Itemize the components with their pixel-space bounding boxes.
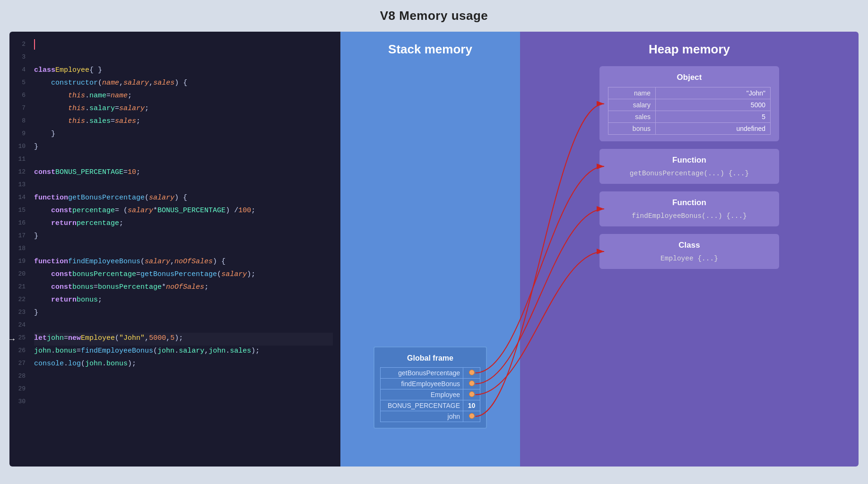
heap-card-function1: Function getBonusPercentage(...) {...}	[599, 149, 779, 184]
code-line-3: 3	[34, 52, 333, 65]
heap-card-function2: Function findEmployeeBonus(...) {...}	[599, 191, 779, 226]
frame-label: john	[381, 411, 463, 422]
code-line-15: 15 const percentage = ( salary * BONUS_P…	[34, 205, 333, 218]
code-line-21: 21 const bonus = bonusPercentage * noOfS…	[34, 282, 333, 294]
global-frame-title: Global frame	[380, 354, 480, 363]
heap-card-object-title: Object	[608, 73, 771, 82]
obj-key: bonus	[608, 123, 656, 135]
code-line-11: 11	[34, 154, 333, 167]
table-row: name "John"	[608, 87, 771, 99]
heap-card-fn2-title: Function	[608, 198, 771, 207]
table-row: john	[381, 411, 480, 422]
pointer-dot	[469, 370, 475, 375]
code-line-24: 24	[34, 320, 333, 333]
heap-card-object: Object name "John" salary 5000 sales 5 b…	[599, 66, 779, 141]
heap-card-fn2-body: findEmployeeBonus(...) {...}	[608, 212, 771, 220]
heap-card-fn1-title: Function	[608, 156, 771, 165]
obj-val: 5	[656, 111, 771, 123]
code-line-6: 6 this . name = name ;	[34, 90, 333, 103]
code-line-29: 29	[34, 384, 333, 397]
code-line-23: 23 }	[34, 307, 333, 320]
code-line-13: 13	[34, 180, 333, 192]
heap-title: Heap memory	[649, 42, 730, 57]
heap-card-class-title: Class	[608, 241, 771, 250]
obj-val: "John"	[656, 87, 771, 99]
table-row: bonus undefined	[608, 123, 771, 135]
heap-card-fn1-body: getBonusPercentage(...) {...}	[608, 170, 771, 177]
global-frame: Global frame getBonusPercentage findEmpl…	[373, 346, 487, 429]
code-line-2: 2	[34, 39, 333, 52]
heap-card-class: Class Employee {...}	[599, 234, 779, 269]
obj-val: 5000	[656, 99, 771, 111]
table-row: getBonusPercentage	[381, 368, 480, 379]
frame-value: 10	[463, 400, 480, 411]
main-container: 2 3 4 class Employee { } 5 constructor (	[9, 32, 859, 467]
frame-value	[463, 379, 480, 389]
table-row: sales 5	[608, 111, 771, 123]
table-row: BONUS_PERCENTAGE 10	[381, 400, 480, 411]
heap-card-class-body: Employee {...}	[608, 255, 771, 262]
code-line-14: 14 function getBonusPercentage ( salary …	[34, 192, 333, 205]
code-line-30: 30	[34, 397, 333, 409]
page-title: V8 Memory usage	[380, 9, 488, 23]
code-line-25: 25 → let john = new Employee ( "John" , …	[34, 333, 333, 346]
table-row: salary 5000	[608, 99, 771, 111]
frame-label: BONUS_PERCENTAGE	[381, 400, 463, 411]
frame-value	[463, 389, 480, 400]
frame-value	[463, 368, 480, 379]
frame-table: getBonusPercentage findEmployeeBonus Emp…	[380, 367, 480, 422]
code-line-7: 7 this . salary = salary ;	[34, 103, 333, 116]
code-line-27: 27 console . log ( john . bonus );	[34, 358, 333, 371]
code-panel: 2 3 4 class Employee { } 5 constructor (	[9, 32, 340, 467]
code-line-17: 17 }	[34, 231, 333, 243]
code-line-26: 26 john . bonus = findEmployeeBonus ( jo…	[34, 346, 333, 358]
code-line-28: 28	[34, 371, 333, 384]
obj-key: sales	[608, 111, 656, 123]
object-table: name "John" salary 5000 sales 5 bonus un…	[608, 87, 771, 135]
code-line-20: 20 const bonusPercentage = getBonusPerce…	[34, 269, 333, 282]
stack-panel: Stack memory Global frame getBonusPercen…	[340, 32, 520, 467]
current-line-arrow: →	[9, 333, 15, 347]
obj-key: name	[608, 87, 656, 99]
code-line-8: 8 this . sales = sales ;	[34, 116, 333, 129]
code-line-18: 18	[34, 243, 333, 256]
code-line-10: 10 }	[34, 141, 333, 154]
code-line-9: 9 }	[34, 129, 333, 141]
table-row: Employee	[381, 389, 480, 400]
frame-label: getBonusPercentage	[381, 368, 463, 379]
code-line-19: 19 function findEmployeeBonus ( salary ,…	[34, 256, 333, 269]
obj-key: salary	[608, 99, 656, 111]
heap-panel: Heap memory Object name "John" salary 50…	[520, 32, 859, 467]
code-lines: 2 3 4 class Employee { } 5 constructor (	[9, 36, 340, 412]
table-row: findEmployeeBonus	[381, 379, 480, 389]
pointer-dot	[469, 380, 475, 386]
code-line-5: 5 constructor ( name , salary , sales ) …	[34, 78, 333, 90]
code-line-12: 12 const BONUS_PERCENTAGE = 10 ;	[34, 167, 333, 180]
stack-title: Stack memory	[388, 42, 472, 57]
code-line-22: 22 return bonus ;	[34, 294, 333, 307]
pointer-dot	[469, 391, 475, 397]
obj-val: undefined	[656, 123, 771, 135]
frame-value	[463, 411, 480, 422]
frame-label: Employee	[381, 389, 463, 400]
frame-label: findEmployeeBonus	[381, 379, 463, 389]
pointer-dot	[469, 413, 475, 419]
code-line-16: 16 return percentage ;	[34, 218, 333, 231]
code-line-4: 4 class Employee { }	[34, 65, 333, 78]
